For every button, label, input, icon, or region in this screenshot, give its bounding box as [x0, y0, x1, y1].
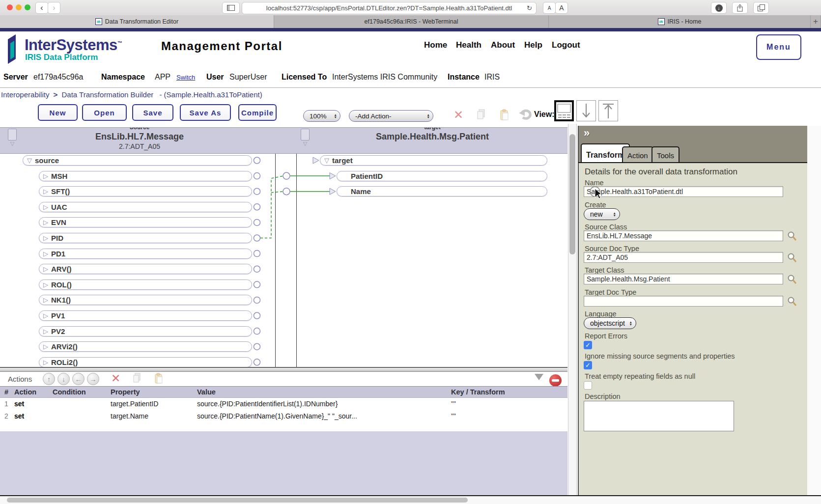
- source-class-field[interactable]: [584, 230, 783, 241]
- sidebar-toggle-button[interactable]: [222, 2, 240, 14]
- target-class-search-icon[interactable]: [787, 274, 797, 285]
- tree-node-target-root[interactable]: ▽target: [320, 155, 547, 166]
- tab-overview-button[interactable]: [753, 2, 769, 14]
- source-connector-ports[interactable]: [254, 157, 260, 365]
- nav-home[interactable]: Home: [424, 40, 447, 50]
- tree-node-patientid[interactable]: PatientID: [337, 171, 547, 181]
- source-port-circle[interactable]: [254, 266, 260, 272]
- source-port-circle[interactable]: [254, 235, 260, 241]
- source-port-circle[interactable]: [254, 359, 260, 365]
- browser-back-button[interactable]: ‹: [35, 2, 48, 14]
- expand-triangle-icon[interactable]: ▷: [43, 343, 48, 350]
- move-right-button[interactable]: →: [87, 373, 99, 385]
- share-button[interactable]: [732, 2, 748, 14]
- open-button[interactable]: Open: [82, 104, 127, 121]
- expand-triangle-icon[interactable]: ▷: [43, 172, 48, 180]
- source-port-circle[interactable]: [254, 343, 260, 350]
- col-value[interactable]: Value: [197, 388, 216, 396]
- tab-tools[interactable]: Tools: [651, 146, 679, 162]
- browser-tab-iris-home[interactable]: IR IRIS - Home: [549, 15, 811, 28]
- source-port-circle[interactable]: [254, 312, 260, 319]
- source-class-search-icon[interactable]: [787, 231, 797, 242]
- tree-node-evn[interactable]: ▷EVN: [39, 217, 252, 227]
- collapse-panel-chevron[interactable]: »: [584, 127, 590, 140]
- url-field[interactable]: localhost:52773/csp/app/EnsPortal.DTLEdi…: [242, 2, 537, 14]
- reload-icon[interactable]: ↻: [527, 4, 532, 12]
- new-tab-button[interactable]: +: [811, 15, 821, 28]
- tree-node-uac[interactable]: ▷UAC: [39, 202, 252, 212]
- nav-help[interactable]: Help: [524, 40, 542, 50]
- tree-node-pd1[interactable]: ▷PD1: [39, 249, 252, 259]
- paste-row-button[interactable]: [154, 373, 164, 386]
- switch-namespace-link[interactable]: Switch: [176, 74, 195, 81]
- expand-triangle-icon[interactable]: ▷: [43, 312, 48, 319]
- tree-node-sft[interactable]: ▷SFT(): [39, 186, 252, 196]
- tree-node-name[interactable]: Name: [337, 186, 547, 196]
- nav-about[interactable]: About: [491, 40, 515, 50]
- create-select[interactable]: new▲▼: [584, 208, 620, 220]
- tree-node-nk1[interactable]: ▷NK1(): [39, 295, 252, 305]
- expand-triangle-icon[interactable]: ▷: [43, 188, 48, 195]
- menu-button[interactable]: Menu: [756, 34, 801, 60]
- source-port-circle[interactable]: [254, 157, 260, 164]
- decrease-font-button[interactable]: A: [543, 2, 556, 14]
- move-left-button[interactable]: ←: [72, 373, 85, 385]
- tab-action[interactable]: Action: [622, 146, 653, 162]
- expand-triangle-icon[interactable]: ▷: [43, 359, 48, 366]
- expand-triangle-icon[interactable]: ▷: [43, 265, 48, 273]
- expand-triangle-icon[interactable]: ▷: [43, 296, 48, 304]
- source-port-circle[interactable]: [254, 188, 260, 195]
- delete-row-button[interactable]: ✕: [111, 372, 120, 385]
- source-port-circle[interactable]: [254, 219, 260, 225]
- breadcrumb-root[interactable]: Interoperability: [1, 90, 49, 99]
- target-doc-field[interactable]: [584, 296, 783, 307]
- junction-circle[interactable]: [283, 172, 290, 179]
- description-textarea[interactable]: [584, 401, 734, 431]
- move-up-button[interactable]: ↑: [43, 373, 55, 385]
- view-diagram-button[interactable]: [576, 100, 596, 121]
- zoom-select[interactable]: 100%▲▼: [303, 110, 340, 122]
- undo-button[interactable]: [519, 108, 533, 123]
- view-table-button[interactable]: [598, 100, 618, 121]
- expand-triangle-icon[interactable]: ▷: [43, 281, 48, 288]
- minimize-window-button[interactable]: [16, 4, 22, 10]
- move-down-button[interactable]: ↓: [57, 373, 70, 385]
- close-window-button[interactable]: [7, 4, 13, 10]
- target-class-field[interactable]: [584, 274, 783, 284]
- scrollbar-thumb[interactable]: [569, 134, 575, 254]
- add-action-select[interactable]: -Add Action-▲▼: [349, 110, 433, 122]
- panel-splitter[interactable]: [0, 367, 567, 372]
- target-doc-search-icon[interactable]: [787, 296, 797, 307]
- copy-button[interactable]: [477, 109, 486, 123]
- source-port-circle[interactable]: [254, 204, 260, 210]
- horizontal-scrollbar-thumb[interactable]: [7, 498, 468, 503]
- tree-node-source-root[interactable]: ▽source: [23, 155, 252, 166]
- col-property[interactable]: Property: [111, 388, 140, 396]
- name-field[interactable]: [584, 186, 783, 197]
- browser-tab-webterminal[interactable]: ef179a45c96a:IRIS - WebTerminal: [274, 15, 549, 28]
- col-condition[interactable]: Condition: [53, 388, 86, 396]
- save-button[interactable]: Save: [132, 104, 173, 121]
- browser-tab-dtl-editor[interactable]: IR Data Transformation Editor: [0, 15, 274, 28]
- zoom-window-button[interactable]: [25, 4, 30, 10]
- nav-logout[interactable]: Logout: [552, 40, 580, 50]
- view-split-button[interactable]: [554, 100, 574, 121]
- tree-node-arv[interactable]: ▷ARV(): [39, 264, 252, 274]
- source-doc-field[interactable]: [584, 252, 783, 263]
- ignore-missing-checkbox[interactable]: ✓: [584, 361, 592, 369]
- compile-button[interactable]: Compile: [238, 104, 277, 121]
- tree-node-pv1[interactable]: ▷PV1: [39, 310, 252, 321]
- source-doc-search-icon[interactable]: [787, 252, 797, 263]
- expand-triangle-icon[interactable]: ▷: [43, 328, 48, 335]
- expand-triangle-icon[interactable]: ▷: [43, 219, 48, 226]
- downloads-button[interactable]: ↓: [711, 2, 727, 14]
- tree-node-pid[interactable]: ▷PID: [39, 233, 252, 243]
- paste-button[interactable]: [500, 109, 510, 123]
- source-port-circle[interactable]: [254, 328, 260, 335]
- table-row[interactable]: 1settarget.PatientIDsource.{PID:PatientI…: [0, 398, 567, 410]
- tree-node-rol[interactable]: ▷ROL(): [39, 280, 252, 290]
- expand-triangle-icon[interactable]: ▷: [43, 234, 48, 242]
- col-action[interactable]: Action: [14, 388, 36, 396]
- source-port-circle[interactable]: [254, 173, 260, 179]
- collapse-triangle-icon[interactable]: ▽: [324, 157, 329, 164]
